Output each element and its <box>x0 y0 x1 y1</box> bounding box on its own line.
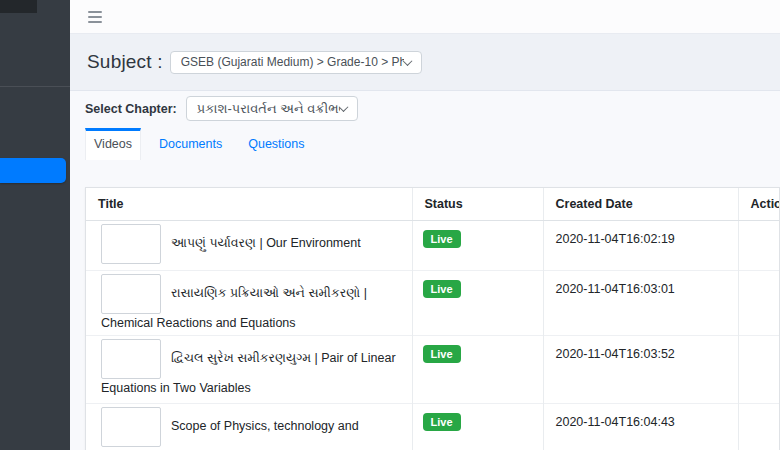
page-title: Subject : <box>87 51 163 73</box>
chevron-down-icon <box>338 102 348 112</box>
brand-logo-block[interactable] <box>0 0 37 13</box>
table-row: દ્વિચલ સુરેખ સમીકરણયુગ્મ | Pair of Linea… <box>86 336 779 404</box>
presenter-video-thumbnail <box>101 224 161 264</box>
subject-select-value: GSEB (Gujarati Medium) > Grade-10 > Phys… <box>181 55 404 69</box>
chapter-filter-label: Select Chapter: <box>85 102 177 116</box>
created-date: 2020-11-04T16:02:19 <box>543 221 738 271</box>
status-badge: Live <box>423 230 461 248</box>
presenter-video-thumbnail <box>101 339 161 379</box>
table-row: રાસાયણિક પ્રક્રિયાઓ અને સમીકરણો | Chemic… <box>86 271 779 336</box>
column-header-action: Action <box>738 188 779 221</box>
column-header-created-date: Created Date <box>543 188 738 221</box>
status-badge: Live <box>423 280 461 298</box>
table-header-row: Title Status Created Date Action <box>86 188 779 221</box>
sidebar-active-item[interactable] <box>0 158 66 183</box>
column-header-status: Status <box>412 188 543 221</box>
action-cell <box>738 404 779 450</box>
videos-table-card: Title Status Created Date Action આપણું પ… <box>85 187 780 450</box>
action-cell <box>738 271 779 336</box>
status-badge: Live <box>423 413 461 431</box>
content: Select Chapter: પ્રકાશ-પરાવર્તન અને વક્ર… <box>70 91 780 450</box>
chapter-filter-row: Select Chapter: પ્રકાશ-પરાવર્તન અને વક્ર… <box>85 96 765 121</box>
tab-documents[interactable]: Documents <box>154 128 227 160</box>
tab-questions[interactable]: Questions <box>243 128 309 160</box>
action-cell <box>738 221 779 271</box>
video-title: આપણું પર્યાવરણ | Our Environment <box>171 236 361 250</box>
main-area: Subject : GSEB (Gujarati Medium) > Grade… <box>70 0 780 450</box>
sidebar <box>0 0 70 450</box>
subject-select[interactable]: GSEB (Gujarati Medium) > Grade-10 > Phys… <box>170 51 422 74</box>
action-cell <box>738 336 779 404</box>
hamburger-menu-icon[interactable] <box>88 11 102 23</box>
table-row: Scope of Physics, technology and society… <box>86 404 779 450</box>
created-date: 2020-11-04T16:03:52 <box>543 336 738 404</box>
column-header-title: Title <box>86 188 412 221</box>
presenter-video-thumbnail <box>101 274 161 314</box>
videos-table: Title Status Created Date Action આપણું પ… <box>86 188 779 450</box>
tab-videos[interactable]: Videos <box>85 128 141 160</box>
status-badge: Live <box>423 345 461 363</box>
chalkboard-video-thumbnail <box>101 407 161 447</box>
chevron-down-icon <box>402 56 412 66</box>
created-date: 2020-11-04T16:03:01 <box>543 271 738 336</box>
tab-bar: Videos Documents Questions <box>85 128 765 160</box>
chapter-select-value: પ્રકાશ-પરાવર્તન અને વક્રીભવન <box>197 101 340 117</box>
topbar <box>70 0 780 34</box>
created-date: 2020-11-04T16:04:43 <box>543 404 738 450</box>
table-row: આપણું પર્યાવરણ | Our Environment Live 20… <box>86 221 779 271</box>
chapter-select[interactable]: પ્રકાશ-પરાવર્તન અને વક્રીભવન <box>186 96 358 121</box>
sidebar-divider <box>0 86 70 87</box>
subject-header: Subject : GSEB (Gujarati Medium) > Grade… <box>70 34 780 91</box>
